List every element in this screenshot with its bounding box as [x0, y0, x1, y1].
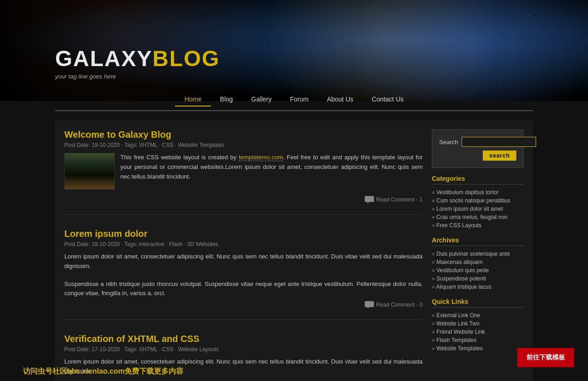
post-2-body2: Suspendisse a nibh tristique justo rhonc… — [64, 280, 423, 299]
download-button[interactable]: 前往下载模板 — [517, 348, 574, 367]
post-2-meta: Post Date: 18-10-2020 · Tags: Interactiv… — [64, 241, 423, 247]
category-item-4[interactable]: Cras urna metus, feugiat non — [432, 213, 524, 221]
tagline: your tag line goes here — [55, 73, 533, 80]
post-1-body: This free CSS website layout is created … — [64, 153, 423, 181]
category-link-1[interactable]: Vestibulum dapibus tortor — [436, 189, 498, 196]
archive-item-2[interactable]: Maecenas aliquam — [432, 258, 524, 266]
archive-item-5[interactable]: Aliquam tristique lacus — [432, 283, 524, 291]
archive-item-3[interactable]: Vestibulum quis pede — [432, 266, 524, 275]
archives-title: Archives — [432, 236, 524, 246]
main-content: Welcome to Galaxy Blog Post Date: 19-10-… — [64, 129, 423, 381]
post-2-body1: Lorem ipsum dolor sit amet, consectetuer… — [64, 252, 423, 271]
nav-item-forum[interactable]: Forum — [281, 93, 317, 106]
archive-link-1[interactable]: Duis pulvinar scelerisque ante — [436, 251, 510, 257]
categories-list: Vestibulum dapibus tortor Cum sociis nat… — [432, 188, 524, 230]
post-1-read-comment[interactable]: Read Comment - 1 — [365, 196, 423, 203]
quicklink-item-4[interactable]: Flash Templates — [432, 336, 524, 344]
archive-link-5[interactable]: Aliquam tristique lacus — [436, 284, 491, 290]
search-button[interactable]: search — [483, 151, 516, 161]
sidebar-search-box: Search search — [432, 129, 524, 168]
nav-link-gallery[interactable]: Gallery — [242, 93, 281, 106]
post-2: Lorem ipsum dolor Post Date: 18-10-2020 … — [64, 229, 423, 320]
category-link-5[interactable]: Free CSS Layouts — [436, 222, 481, 229]
categories-title: Categories — [432, 175, 524, 185]
watermark: 访问虫号社区bbs.xienlao.com免费下载更多内容 — [23, 367, 183, 376]
archives-list: Duis pulvinar scelerisque ante Maecenas … — [432, 250, 524, 291]
archive-link-4[interactable]: Suspendisse potenti — [436, 275, 486, 282]
quicklink-item-2[interactable]: Website Link Two — [432, 319, 524, 328]
quicklink-item-3[interactable]: Friend Website Link — [432, 328, 524, 336]
quicklink-4[interactable]: Flash Templates — [436, 337, 476, 343]
search-input[interactable] — [462, 137, 536, 147]
search-label: Search — [439, 139, 458, 146]
nav-item-home[interactable]: Home — [175, 93, 210, 106]
post-3-meta: Post Date: 17-10-2020 · Tags: XHTML · CS… — [64, 346, 423, 353]
nav-link-blog[interactable]: Blog — [211, 93, 242, 106]
comment-icon-1 — [365, 196, 374, 203]
post-1-title: Welcome to Galaxy Blog — [64, 129, 423, 140]
archive-link-3[interactable]: Vestibulum quis pede — [436, 267, 489, 274]
nav-link-forum[interactable]: Forum — [281, 93, 317, 106]
post-2-title: Lorem ipsum dolor — [64, 229, 423, 239]
comment-icon-2 — [365, 301, 374, 308]
quicklink-1[interactable]: External Link One — [436, 312, 480, 319]
nav-item-gallery[interactable]: Gallery — [242, 93, 281, 106]
archive-item-1[interactable]: Duis pulvinar scelerisque ante — [432, 250, 524, 258]
category-link-2[interactable]: Cum sociis natoque penatibus — [436, 197, 510, 204]
archives-section: Archives Duis pulvinar scelerisque ante … — [432, 236, 524, 291]
nav-link-about[interactable]: About Us — [318, 93, 363, 106]
post-1-footer: Read Comment - 1 — [64, 193, 423, 205]
nav-link-contact[interactable]: Contact Us — [362, 93, 413, 106]
sidebar: Search search Categories Vestibulum dapi… — [432, 129, 524, 381]
post-3-title: Verification of XHTML and CSS — [64, 334, 423, 344]
quicklinks-section: Quick Links External Link One Website Li… — [432, 298, 524, 353]
post-1-image — [64, 153, 115, 190]
quicklink-item-1[interactable]: External Link One — [432, 311, 524, 319]
quicklinks-list: External Link One Website Link Two Frien… — [432, 311, 524, 353]
post-2-footer: Read Comment - 0 — [64, 298, 423, 310]
quicklink-5[interactable]: Website Templates — [436, 345, 483, 352]
category-link-4[interactable]: Cras urna metus, feugiat non — [436, 214, 508, 220]
main-nav: Home Blog Gallery Forum About Us Contact… — [55, 89, 533, 111]
quicklink-2[interactable]: Website Link Two — [436, 320, 480, 327]
category-item-5[interactable]: Free CSS Layouts — [432, 221, 524, 230]
archive-link-2[interactable]: Maecenas aliquam — [436, 259, 483, 265]
categories-section: Categories Vestibulum dapibus tortor Cum… — [432, 175, 524, 230]
nav-item-about[interactable]: About Us — [318, 93, 363, 106]
quicklink-item-5[interactable]: Website Templates — [432, 344, 524, 353]
category-item-3[interactable]: Lorem ipsum dolor sit amet — [432, 205, 524, 213]
nav-item-blog[interactable]: Blog — [211, 93, 242, 106]
quicklinks-title: Quick Links — [432, 298, 524, 308]
category-item-2[interactable]: Cum sociis natoque penatibus — [432, 196, 524, 205]
nav-item-contact[interactable]: Contact Us — [362, 93, 413, 106]
archive-item-4[interactable]: Suspendisse potenti — [432, 275, 524, 283]
quicklink-3[interactable]: Friend Website Link — [436, 329, 485, 335]
post-1-meta: Post Date: 19-10-2020 · Tags: XHTML · CS… — [64, 142, 423, 148]
nav-link-home[interactable]: Home — [175, 93, 210, 106]
post-2-read-comment[interactable]: Read Comment - 0 — [365, 301, 423, 308]
site-title: GALAXYBLOG — [55, 46, 533, 71]
post-1: Welcome to Galaxy Blog Post Date: 19-10-… — [64, 129, 423, 215]
category-item-1[interactable]: Vestibulum dapibus tortor — [432, 188, 524, 196]
category-link-3[interactable]: Lorem ipsum dolor sit amet — [436, 206, 503, 212]
templatemo-link[interactable]: templatemo.com — [239, 154, 283, 161]
